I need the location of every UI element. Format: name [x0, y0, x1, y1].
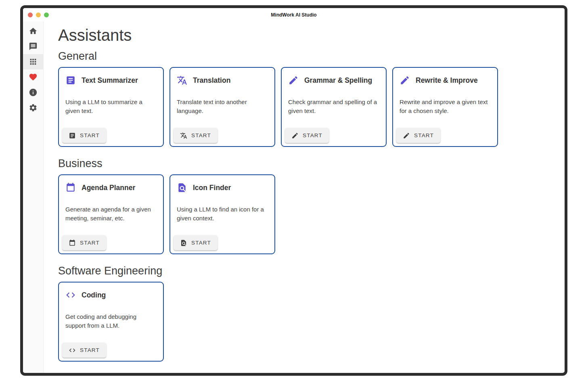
card-description: Check grammar and spelling of a given te… — [282, 98, 386, 115]
start-button[interactable]: START — [174, 128, 218, 143]
card-header: Agenda Planner — [59, 175, 163, 193]
card-title: Icon Finder — [193, 184, 231, 192]
code-icon — [65, 290, 76, 300]
card-header: Translation — [170, 68, 274, 86]
card-actions: START — [59, 125, 163, 146]
start-button-label: START — [80, 240, 100, 246]
card-title: Translation — [193, 76, 230, 85]
start-button-label: START — [80, 347, 100, 353]
app-window: MindWork AI Studio Assistants GeneralTex… — [20, 5, 567, 376]
app-title: MindWork AI Studio — [23, 12, 565, 18]
start-button-label: START — [414, 132, 434, 138]
code-icon — [69, 347, 76, 354]
traffic-lights — [28, 8, 49, 21]
card-actions: START — [393, 125, 497, 146]
card-actions: START — [170, 232, 274, 253]
start-button[interactable]: START — [62, 343, 106, 358]
card-header: Grammar & Spelling — [282, 68, 386, 86]
card-actions: START — [282, 125, 386, 146]
card-title: Text Summarizer — [82, 76, 138, 85]
card-header: Rewrite & Improve — [393, 68, 497, 86]
start-button[interactable]: START — [396, 128, 440, 143]
card-description: Using a LLM to find an icon for a given … — [170, 205, 274, 223]
sidebar-item-about[interactable] — [23, 85, 43, 100]
card-description: Rewrite and improve a given text for a c… — [393, 98, 497, 115]
find-in-page-icon — [177, 182, 187, 193]
card-actions: START — [59, 339, 163, 361]
titlebar: MindWork AI Studio — [23, 8, 565, 21]
card-title: Agenda Planner — [82, 184, 135, 192]
gear-icon — [29, 103, 38, 112]
start-button-label: START — [80, 132, 100, 138]
start-button[interactable]: START — [62, 128, 106, 143]
pencil-icon — [288, 75, 299, 86]
card-header: Coding — [59, 283, 163, 300]
sidebar-item-favorites[interactable] — [23, 69, 43, 85]
sections-container: GeneralText SummarizerUsing a LLM to sum… — [58, 50, 550, 362]
calendar-icon — [69, 239, 76, 247]
card-actions: START — [170, 125, 274, 146]
card-header: Text Summarizer — [59, 68, 163, 86]
pencil-icon — [403, 132, 410, 139]
card-description: Using a LLM to summarize a given text. — [59, 98, 163, 115]
assistant-card: Agenda PlannerGenerate an agenda for a g… — [58, 174, 164, 254]
assistant-card: Grammar & SpellingCheck grammar and spel… — [281, 67, 387, 147]
start-button-label: START — [191, 132, 211, 138]
window-body: Assistants GeneralText SummarizerUsing a… — [23, 21, 565, 373]
main-content: Assistants GeneralText SummarizerUsing a… — [44, 21, 565, 373]
card-title: Coding — [82, 291, 106, 299]
traffic-light-close[interactable] — [28, 13, 33, 17]
calendar-icon — [65, 182, 76, 193]
assistant-card: CodingGet coding and debugging support f… — [58, 282, 164, 362]
document-icon — [65, 75, 76, 86]
card-description: Generate an agenda for a given meeting, … — [59, 205, 163, 223]
start-button[interactable]: START — [174, 235, 218, 250]
section-heading-general: General — [58, 50, 550, 63]
sidebar-item-assistants[interactable] — [23, 54, 43, 69]
sidebar-item-settings[interactable] — [23, 100, 43, 115]
heart-icon — [29, 73, 38, 82]
traffic-light-maximize[interactable] — [44, 13, 49, 17]
traffic-light-minimize[interactable] — [36, 13, 41, 17]
cards-row: Agenda PlannerGenerate an agenda for a g… — [58, 174, 550, 254]
card-title: Grammar & Spelling — [304, 76, 372, 85]
sidebar — [23, 21, 44, 373]
sidebar-item-home[interactable] — [23, 23, 43, 39]
cards-row: CodingGet coding and debugging support f… — [58, 282, 550, 362]
card-description: Get coding and debugging support from a … — [59, 312, 163, 330]
card-description: Translate text into another language. — [170, 98, 274, 115]
card-title: Rewrite & Improve — [416, 76, 478, 85]
assistant-card: Rewrite & ImproveRewrite and improve a g… — [392, 67, 498, 147]
start-button[interactable]: START — [285, 128, 329, 143]
cards-row: Text SummarizerUsing a LLM to summarize … — [58, 67, 550, 147]
pencil-icon — [400, 75, 410, 86]
pencil-icon — [291, 132, 299, 139]
home-icon — [29, 27, 38, 36]
assistant-card: TranslationTranslate text into another l… — [169, 67, 275, 147]
info-icon — [29, 88, 38, 97]
page-title: Assistants — [58, 26, 550, 44]
start-button[interactable]: START — [62, 235, 106, 250]
chat-icon — [29, 42, 38, 51]
document-icon — [69, 132, 76, 139]
translate-icon — [177, 75, 187, 86]
start-button-label: START — [191, 240, 211, 246]
section-heading-software-engineering: Software Engineering — [58, 265, 550, 277]
translate-icon — [180, 132, 187, 139]
assistant-card: Text SummarizerUsing a LLM to summarize … — [58, 67, 164, 147]
assistant-card: Icon FinderUsing a LLM to find an icon f… — [169, 174, 275, 254]
find-in-page-icon — [180, 239, 187, 247]
apps-grid-icon — [29, 57, 38, 66]
sidebar-item-chat[interactable] — [23, 39, 43, 54]
section-heading-business: Business — [58, 157, 550, 170]
start-button-label: START — [303, 132, 322, 138]
card-header: Icon Finder — [170, 175, 274, 193]
card-actions: START — [59, 232, 163, 253]
